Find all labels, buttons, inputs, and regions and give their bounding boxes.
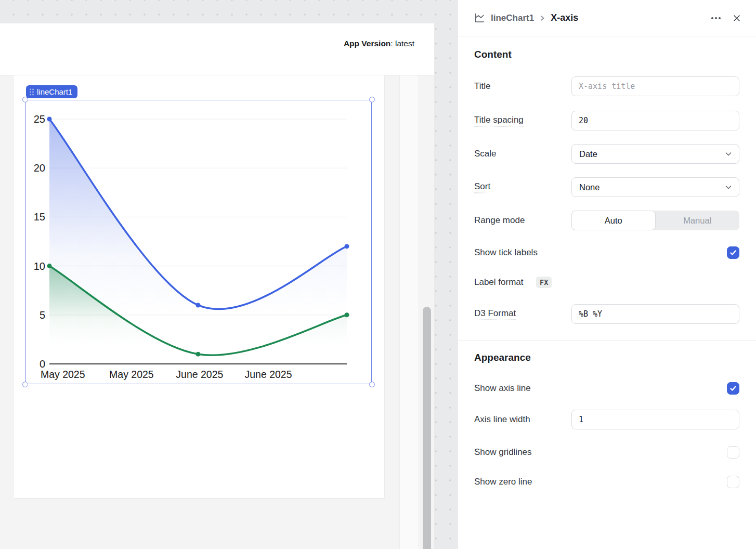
widget-name-label: lineChart1 [37,87,72,96]
range-mode-segmented: Auto Manual [571,211,739,230]
row-d3-format: D3 Format [458,304,756,324]
fx-badge[interactable]: FX [536,277,552,288]
widget-name-badge[interactable]: lineChart1 [26,85,77,98]
row-range-mode: Range mode Auto Manual [458,211,756,230]
line-chart-widget[interactable]: 0510152025May 2025May 2025June 2025June … [25,100,372,384]
section-content-title: Content [474,49,512,60]
show-zero-line-checkbox[interactable] [727,476,739,488]
scale-select[interactable]: Date [571,144,739,164]
sort-select[interactable]: None [571,177,739,197]
row-scale: Scale Date [458,144,756,164]
scale-select-value: Date [579,149,724,159]
line-chart[interactable]: 0510152025May 2025May 2025June 2025June … [25,100,372,384]
range-mode-label: Range mode [474,215,525,226]
ellipsis-icon [711,17,721,20]
check-icon [729,249,737,256]
scrollbar-thumb[interactable] [423,307,431,549]
svg-text:May 2025: May 2025 [41,369,85,380]
close-icon [733,14,741,22]
section-divider [458,341,756,341]
resize-handle-bottom-right[interactable] [369,382,375,387]
sort-label: Sort [474,181,490,193]
row-show-zero-line: Show zero line [458,475,756,489]
svg-text:15: 15 [34,211,45,223]
svg-text:5: 5 [40,309,45,321]
svg-text:June 2025: June 2025 [244,369,292,380]
range-mode-option-auto[interactable]: Auto [571,211,656,230]
svg-text:May 2025: May 2025 [109,369,154,380]
svg-text:June 2025: June 2025 [176,369,223,380]
drag-handle-icon [30,88,34,96]
row-show-axis-line: Show axis line [458,382,756,395]
d3-format-label: D3 Format [474,308,516,320]
app-version-label: App Version [344,39,390,48]
show-tick-labels-label: Show tick labels [474,247,538,258]
svg-text:20: 20 [34,162,45,174]
sort-select-value: None [579,182,724,192]
check-icon [729,385,737,392]
svg-text:0: 0 [40,358,45,370]
row-show-gridlines: Show gridlines [458,446,756,459]
app-version-value: : latest [390,39,414,48]
svg-text:10: 10 [34,260,45,272]
svg-text:25: 25 [34,113,45,125]
show-axis-line-checkbox[interactable] [727,382,739,395]
row-label-format: Label format FX [458,275,756,290]
show-tick-labels-checkbox[interactable] [727,246,739,259]
title-spacing-label: Title spacing [474,115,524,127]
show-gridlines-label: Show gridlines [474,447,532,458]
d3-format-input[interactable] [571,304,739,324]
row-show-tick-labels: Show tick labels [458,246,756,259]
label-format-label: Label format [474,277,524,287]
row-title-spacing: Title spacing [458,111,756,130]
resize-handle-top-right[interactable] [369,97,375,102]
show-gridlines-checkbox[interactable] [727,446,739,459]
line-chart-icon [474,12,486,24]
close-panel-button[interactable] [729,10,745,26]
chevron-down-icon [724,150,733,158]
range-mode-option-manual[interactable]: Manual [656,211,740,230]
editor-scrollbar [419,75,434,549]
resize-handle-top-left[interactable] [22,97,28,102]
axis-line-width-input[interactable] [571,410,739,429]
chevron-right-icon [539,15,545,21]
show-axis-line-label: Show axis line [474,383,531,394]
breadcrumb-component[interactable]: lineChart1 [491,13,534,23]
axis-line-width-label: Axis line width [474,414,530,425]
section-appearance-title: Appearance [474,352,531,363]
row-title: Title [458,76,756,96]
inspector-panel: lineChart1 X-axis Content Title [458,0,756,549]
resize-handle-bottom-left[interactable] [22,382,28,387]
canvas-right-gutter [399,75,419,549]
app-root: App Version: latest 0510152025May 2025Ma… [0,0,756,549]
breadcrumb-page: X-axis [551,12,578,23]
row-axis-line-width: Axis line width [458,410,756,429]
scale-label: Scale [474,149,497,159]
more-options-button[interactable] [708,10,724,26]
row-sort: Sort None [458,177,756,197]
app-version-text: App Version: latest [344,39,414,48]
app-preview-header: App Version: latest [0,23,434,75]
show-zero-line-label: Show zero line [474,477,532,487]
inspector-header: lineChart1 X-axis [458,0,756,36]
chevron-down-icon [724,183,733,191]
title-label: Title [474,81,491,92]
title-spacing-input[interactable] [571,111,739,130]
title-input[interactable] [571,76,739,96]
